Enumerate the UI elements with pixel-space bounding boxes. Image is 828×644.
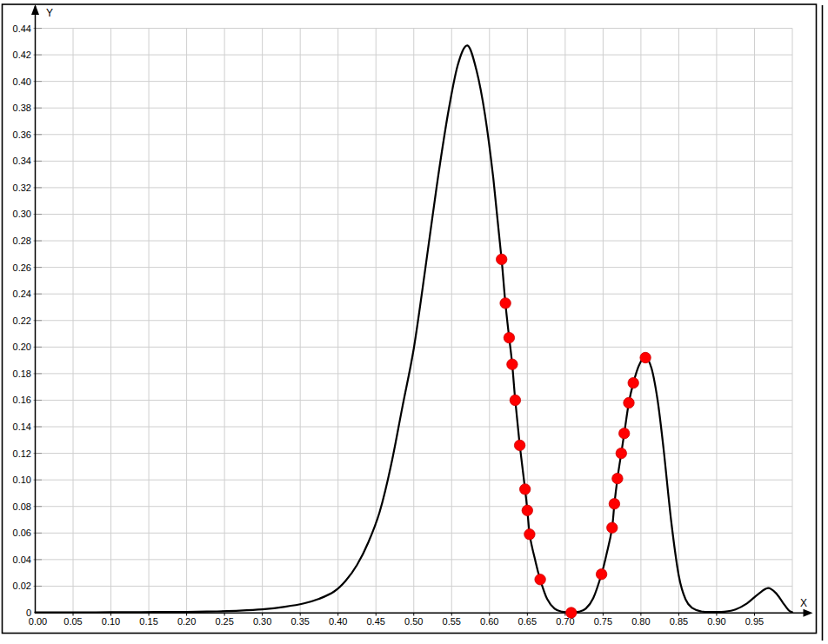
grid	[35, 29, 792, 613]
plot-window: 0.020.040.060.080.100.120.140.160.180.20…	[0, 0, 828, 644]
sample-point	[612, 473, 623, 483]
x-tick-label: 0.15	[139, 616, 157, 627]
y-tick-label: 0.34	[13, 156, 31, 166]
x-tick-label: 0.45	[367, 616, 385, 627]
x-tick-label: 0.50	[404, 616, 423, 627]
y-tick-label: 0.20	[13, 342, 31, 352]
y-tick-label: 0.38	[13, 103, 31, 113]
x-tick-label: 0.25	[215, 616, 233, 627]
y-tick-label: 0.10	[13, 475, 31, 485]
x-tick-label: 0.00	[29, 616, 47, 627]
x-tick-label: 0.90	[707, 616, 725, 627]
x-tick-label: 0.85	[670, 616, 688, 627]
x-tick-label: 0.05	[63, 616, 82, 627]
x-tick-label: 0.60	[480, 616, 498, 627]
y-tick-label: 0.04	[13, 554, 31, 565]
y-tick-label: 0.44	[13, 23, 31, 34]
y-tick-label: 0.40	[13, 76, 31, 87]
sample-point	[522, 505, 532, 515]
y-tick-label: 0.26	[13, 262, 31, 273]
y-tick-label: 0.18	[13, 368, 31, 379]
y-tick-label: 0.24	[13, 289, 31, 299]
sample-point	[624, 397, 634, 408]
plot-border	[3, 4, 817, 634]
x-tick-label: 0.10	[102, 616, 120, 627]
x-tick-label: 0.30	[253, 616, 271, 627]
y-tick-label: 0.14	[13, 422, 31, 432]
x-tick-label: 0.80	[631, 616, 650, 627]
y-tick-label: 0.08	[13, 501, 31, 512]
x-tick-label: 0.95	[745, 616, 764, 627]
y-tick-label: 0.30	[13, 209, 31, 219]
sample-point	[497, 254, 507, 264]
sample-point	[520, 484, 531, 495]
y-tick-label: 0.02	[13, 581, 31, 591]
sample-point	[504, 332, 514, 342]
x-tick-label: 0.20	[177, 616, 196, 627]
sample-point	[607, 522, 618, 533]
sample-point	[596, 569, 606, 580]
y-tick-label: 0.32	[13, 183, 31, 193]
sample-point	[566, 607, 577, 618]
sample-point	[510, 395, 520, 405]
chart-canvas: 0.020.040.060.080.100.120.140.160.180.20…	[0, 0, 828, 644]
sample-point	[609, 499, 619, 509]
sample-point	[616, 448, 626, 458]
y-tick-label: 0.06	[13, 528, 31, 538]
sample-point	[628, 377, 638, 388]
y-tick-label: 0.28	[13, 236, 31, 246]
sample-point	[535, 574, 545, 585]
x-tick-label: 0.55	[443, 616, 461, 627]
sample-point	[514, 440, 524, 450]
y-tick-label: 0.12	[13, 448, 31, 459]
x-tick-label: 0.35	[290, 616, 309, 627]
y-tick-label: 0.36	[13, 129, 31, 140]
y-axis-label: Y	[46, 7, 53, 19]
sample-point	[619, 428, 630, 439]
y-tick-label: 0.16	[13, 395, 31, 405]
y-tick-label: 0.22	[13, 315, 31, 326]
sample-point	[640, 352, 651, 362]
sample-point	[524, 529, 535, 540]
x-tick-label: 0.40	[329, 616, 347, 627]
sample-point	[507, 359, 518, 369]
origin-tick-label: 0	[26, 607, 31, 618]
sample-point	[500, 298, 511, 309]
x-axis-label: X	[800, 597, 807, 609]
x-tick-label: 0.65	[518, 616, 537, 627]
x-tick-label: 0.75	[594, 616, 612, 627]
y-tick-label: 0.42	[13, 50, 31, 60]
